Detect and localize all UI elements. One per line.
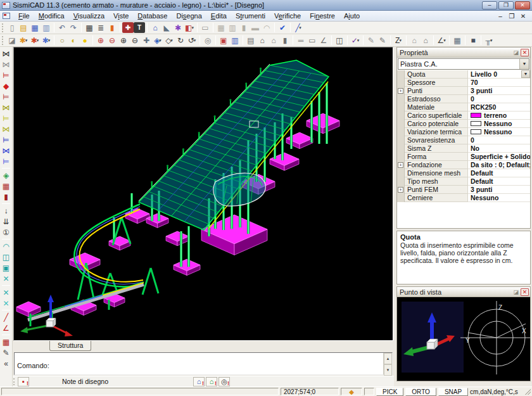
property-value[interactable]: 70 xyxy=(468,79,530,87)
support-fixed-icon[interactable]: ⋈ xyxy=(1,48,11,59)
zoom-in-icon[interactable]: ⊕ xyxy=(118,35,129,46)
maximize-button[interactable]: ❐ xyxy=(498,1,514,10)
property-row-quota[interactable]: QuotaLivello 0▼ xyxy=(397,70,530,79)
pin-icon[interactable]: ◪ xyxy=(513,289,519,295)
lamp-on-icon[interactable]: ● xyxy=(79,35,91,46)
orbit-view-icon[interactable]: ↺▾ xyxy=(186,35,198,46)
beam-blue-icon[interactable]: ⊨ xyxy=(1,134,11,145)
layers-icon[interactable]: ◆ xyxy=(341,388,362,395)
zoom-out-icon[interactable]: ⊖ xyxy=(129,35,141,46)
property-value[interactable]: Superficie + Solido xyxy=(468,153,530,161)
property-row-fondazione[interactable]: +FondazioneDa sito : 0; Default; De xyxy=(397,161,530,169)
angle-icon[interactable]: ∠▾ xyxy=(436,35,447,46)
dome-icon[interactable]: ◠ xyxy=(1,241,11,252)
polyline-red-icon[interactable]: ∠ xyxy=(1,323,11,333)
line-red-icon[interactable]: ╱ xyxy=(1,312,11,323)
drawing-canvas[interactable] xyxy=(13,47,393,341)
house-3d-icon[interactable]: ⌂ xyxy=(149,22,161,33)
property-value[interactable]: Da sito : 0; Default; De xyxy=(468,161,530,169)
undo-icon[interactable]: ↶ xyxy=(56,22,68,33)
property-row-cerniere[interactable]: CerniereNessuno xyxy=(397,194,530,202)
wire-view-icon[interactable]: ◇▾ xyxy=(163,35,175,46)
pillar-icon[interactable]: ▮ xyxy=(279,35,291,46)
table-icon[interactable]: ▦ xyxy=(84,22,95,33)
z-section-icon[interactable]: Z▾ xyxy=(393,35,404,46)
verify-icon[interactable]: ✓▾ xyxy=(350,35,361,46)
select-elements-icon[interactable]: ◣ xyxy=(161,22,172,33)
toolbar-grip[interactable] xyxy=(13,378,16,385)
property-value[interactable]: 0 xyxy=(468,136,530,144)
note-model-icon[interactable]: ⌂! xyxy=(193,377,205,386)
house-iso2-icon[interactable]: ⌂ xyxy=(420,35,431,46)
menu-verifiche[interactable]: Verifiche xyxy=(270,11,305,20)
pan-icon[interactable]: ✚ xyxy=(141,35,152,46)
support-blue-icon[interactable]: ⋈ xyxy=(1,145,11,156)
property-value[interactable]: 3 punti xyxy=(468,186,530,194)
lamp-mid-icon[interactable]: ◐ xyxy=(68,35,79,46)
property-value[interactable]: terreno xyxy=(468,112,530,120)
pencil2-icon[interactable]: ✎ xyxy=(377,35,388,46)
property-row-dimensione-mesh[interactable]: Dimensione meshDefault xyxy=(397,169,530,177)
property-value[interactable]: Default xyxy=(468,169,530,177)
roof-icon[interactable]: ⌂ xyxy=(268,35,279,46)
property-row-variazione-termica[interactable]: Variazione termicaNessuno xyxy=(397,128,530,136)
chevron-down-icon[interactable]: ▼ xyxy=(521,70,530,78)
thermometer-icon[interactable]: ▮ xyxy=(106,22,118,33)
render-solid-icon[interactable]: ◧▾ xyxy=(184,22,195,33)
table-gray-icon[interactable]: ▦ xyxy=(215,22,227,33)
expand-icon[interactable]: + xyxy=(398,88,403,94)
check-icon[interactable]: ✔ xyxy=(277,22,288,33)
property-row-sovraresistenza[interactable]: Sovraresistenza0 xyxy=(397,136,530,144)
x-text-icon[interactable]: ✕ xyxy=(1,287,11,298)
pencil-icon[interactable]: ✎ xyxy=(365,35,377,46)
pick-toggle[interactable]: PICK xyxy=(376,388,403,396)
property-row-sisma-z[interactable]: Sisma ZNo xyxy=(397,144,530,153)
faces-select-icon[interactable]: ◪ xyxy=(6,35,18,46)
beam-yellow-icon[interactable]: ⊨ xyxy=(1,113,11,124)
column-3d-icon[interactable]: ▮ xyxy=(1,191,11,202)
close-button[interactable]: ✕ xyxy=(515,1,530,10)
rotate-view-icon[interactable]: ↻ xyxy=(175,35,186,46)
ruler-icon[interactable]: ▭ xyxy=(307,35,318,46)
find-icon[interactable]: ◎ xyxy=(202,35,213,46)
support-yellow2-icon[interactable]: ⋈ xyxy=(1,124,11,134)
property-row-tipo-mesh[interactable]: Tipo meshDefault xyxy=(397,177,530,186)
menu-file[interactable]: File xyxy=(14,11,34,20)
property-value[interactable]: Default xyxy=(468,177,530,186)
snap-toggle[interactable]: SNAP xyxy=(438,388,468,396)
minimize-button[interactable]: – xyxy=(482,1,497,10)
new-icon[interactable]: ▯ xyxy=(6,22,18,33)
property-row-carico-potenziale[interactable]: Carico potenzialeNessuno xyxy=(397,120,530,128)
property-row-carico-superficiale[interactable]: Carico superficialeterreno xyxy=(397,112,530,120)
save-red-icon[interactable]: ▦ xyxy=(1,336,11,347)
menu-visualizza[interactable]: Visualizza xyxy=(69,11,109,20)
arrows-down-icon[interactable]: ⇊ xyxy=(1,216,11,227)
text-icon[interactable]: T xyxy=(134,22,145,33)
property-value[interactable]: Nessuno xyxy=(468,194,530,202)
collapse-icon[interactable]: « xyxy=(1,358,11,369)
chevron-down-icon[interactable]: ▼ xyxy=(519,59,529,69)
wall-icon[interactable]: ▤ xyxy=(245,35,256,46)
x-teal-icon[interactable]: ✕ xyxy=(1,273,11,284)
property-value[interactable]: No xyxy=(468,144,530,153)
viewpoint-view[interactable]: Z X Y xyxy=(397,297,530,381)
bench-icon[interactable]: ╥▾ xyxy=(483,35,495,46)
property-value[interactable]: Nessuno xyxy=(468,120,530,128)
menu-finestre[interactable]: Finestre xyxy=(305,11,339,20)
beam-icon[interactable]: ═ xyxy=(295,35,307,46)
property-row-spessore[interactable]: Spessore70 xyxy=(397,79,530,87)
mdi-restore-button[interactable]: ❐ xyxy=(508,13,516,20)
property-row-forma[interactable]: FormaSuperficie + Solido xyxy=(397,153,530,161)
house-icon[interactable]: ⌂ xyxy=(256,35,268,46)
table-3d-icon[interactable]: ▦ xyxy=(1,181,11,191)
menu-aiuto[interactable]: Aiuto xyxy=(339,11,364,20)
menu-database[interactable]: Database xyxy=(133,11,172,20)
dropper-icon[interactable]: ✎ xyxy=(1,347,11,358)
note-error-icon[interactable]: ▪! xyxy=(18,377,29,386)
cube-dark-icon[interactable]: ■ xyxy=(467,35,479,46)
mdi-minimize-button[interactable]: – xyxy=(497,13,504,20)
toolbar-grip[interactable] xyxy=(2,36,4,45)
star-red-icon[interactable]: ✱▾ xyxy=(29,35,41,46)
axes-icon[interactable]: ✱ xyxy=(172,22,184,33)
toolbar-grip[interactable] xyxy=(2,23,4,32)
